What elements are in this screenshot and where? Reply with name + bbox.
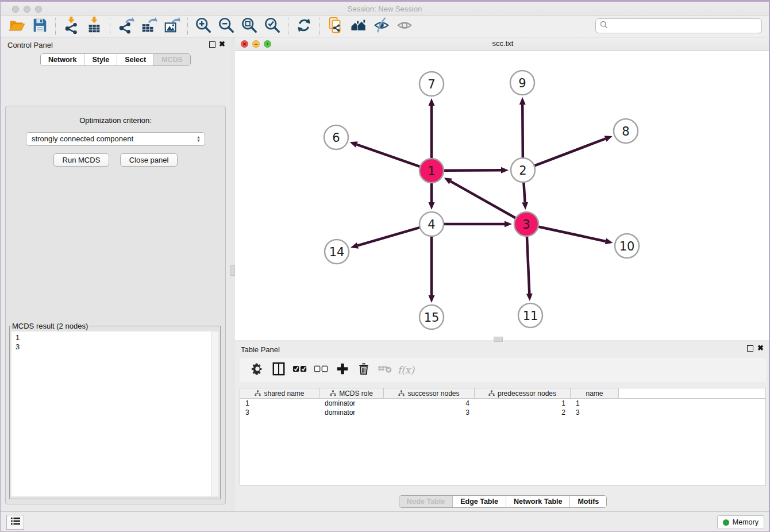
table-settings-button[interactable] <box>247 360 268 380</box>
close-panel-button[interactable]: Close panel <box>120 153 178 167</box>
zoom-out-button[interactable] <box>215 17 238 36</box>
search-field[interactable] <box>595 18 762 33</box>
cell-mcds-role[interactable]: dominator <box>319 399 384 408</box>
cell-shared-name[interactable]: 1 <box>240 399 319 408</box>
select-all-columns-button[interactable] <box>289 360 310 380</box>
horizontal-splitter-handle[interactable] <box>494 337 503 342</box>
cell-name[interactable]: 3 <box>571 408 619 417</box>
graph-edge-2-8[interactable] <box>534 138 606 165</box>
zoom-window-button[interactable] <box>35 6 42 13</box>
splitter-handle[interactable] <box>230 265 235 276</box>
graph-node-label: 6 <box>332 131 340 145</box>
zoom-fit-button[interactable] <box>238 17 261 36</box>
cell-name[interactable]: 1 <box>571 399 619 408</box>
save-session-button[interactable] <box>28 17 51 36</box>
network-maximize-button[interactable]: + <box>264 40 271 48</box>
column-type-icon <box>330 390 336 396</box>
graph-edge-arrowhead <box>351 242 359 249</box>
graph-node-label: 1 <box>428 164 435 178</box>
graph-edge-2-3[interactable] <box>523 182 525 202</box>
column-header-name[interactable]: name <box>571 388 619 398</box>
graph-edge-arrowhead <box>429 98 435 106</box>
network-minimize-button[interactable]: – <box>252 40 260 48</box>
graph-edge-arrowhead <box>429 295 435 303</box>
import-network-file-button[interactable] <box>60 17 83 36</box>
table-row[interactable]: 3 dominator 3 2 3 <box>240 408 765 417</box>
cell-successor-nodes[interactable]: 3 <box>384 408 475 417</box>
column-type-icon <box>398 390 405 396</box>
import-table-file-button[interactable] <box>83 17 106 36</box>
toolbar-separator <box>288 18 288 35</box>
export-table-button[interactable] <box>137 17 160 36</box>
import-table-icon <box>86 17 103 36</box>
tab-select[interactable]: Select <box>117 54 154 65</box>
new-network-from-selection-button[interactable] <box>324 17 347 36</box>
optimization-criterion-dropdown[interactable]: strongly connected component ▲▼ <box>26 132 205 146</box>
tab-motifs[interactable]: Motifs <box>570 496 606 507</box>
search-input[interactable] <box>611 22 761 30</box>
show-all-button[interactable] <box>393 17 416 36</box>
graph-edge-arrowhead <box>605 136 613 141</box>
column-header-predecessor-nodes[interactable]: predecessor nodes <box>475 388 571 398</box>
tab-edge-table[interactable]: Edge Table <box>453 496 506 507</box>
tab-network-table[interactable]: Network Table <box>506 496 571 507</box>
export-image-button[interactable] <box>160 17 183 36</box>
export-network-button[interactable] <box>114 17 137 36</box>
column-header-successor-nodes[interactable]: successor nodes <box>384 388 475 398</box>
refresh-layout-button[interactable] <box>292 17 315 36</box>
cell-predecessor-nodes[interactable]: 1 <box>475 399 571 408</box>
float-panel-icon[interactable] <box>209 41 215 48</box>
network-title: scc.txt <box>235 37 770 50</box>
graph-edge-3-11[interactable] <box>527 236 529 294</box>
close-window-button[interactable] <box>12 6 19 13</box>
cell-successor-nodes[interactable]: 4 <box>384 399 475 408</box>
eye-icon <box>396 17 413 36</box>
tab-mcds[interactable]: MCDS <box>154 54 190 65</box>
table-panel-header: Table Panel ✖ <box>235 342 770 357</box>
cell-shared-name[interactable]: 3 <box>240 408 319 417</box>
cell-predecessor-nodes[interactable]: 2 <box>475 408 571 417</box>
tab-network[interactable]: Network <box>41 54 84 65</box>
gear-icon <box>251 363 264 377</box>
graph-edge-3-10[interactable] <box>538 226 606 241</box>
close-panel-icon[interactable]: ✖ <box>219 40 225 48</box>
dropdown-value: strongly connected component <box>32 134 133 143</box>
apply-function-button[interactable]: f(x) <box>395 360 417 380</box>
tab-node-table[interactable]: Node Table <box>399 496 453 507</box>
result-scrollbar[interactable] <box>211 331 218 496</box>
vertical-splitter[interactable] <box>230 37 235 511</box>
cell-mcds-role[interactable]: dominator <box>319 408 384 417</box>
graph-edge-4-14[interactable] <box>357 228 419 246</box>
run-mcds-button[interactable]: Run MCDS <box>53 153 110 167</box>
graph-edge-1-6[interactable] <box>357 145 420 167</box>
tab-style[interactable]: Style <box>84 54 117 65</box>
show-task-history-button[interactable] <box>6 515 24 530</box>
close-table-panel-icon[interactable]: ✖ <box>757 344 764 352</box>
deselect-all-columns-button[interactable] <box>310 360 332 380</box>
graph-edge-3-1[interactable] <box>451 182 516 218</box>
column-header-mcds-role[interactable]: MCDS role <box>319 388 384 398</box>
minimize-window-button[interactable] <box>24 6 30 13</box>
graph-edge-1-2[interactable] <box>444 170 501 171</box>
network-canvas[interactable]: 7968124314101511 <box>235 51 770 340</box>
float-table-panel-icon[interactable] <box>747 345 753 352</box>
table-row[interactable]: 1 dominator 4 1 1 <box>240 399 765 408</box>
zoom-selected-button[interactable] <box>261 17 284 36</box>
open-file-button[interactable] <box>5 17 28 36</box>
network-close-button[interactable]: ✕ <box>241 40 248 48</box>
zoom-in-button[interactable] <box>192 17 215 36</box>
control-panel-title: Control Panel <box>7 41 53 49</box>
delete-columns-button[interactable] <box>374 360 395 380</box>
show-column-panel-button[interactable] <box>268 360 289 380</box>
delete-rows-button[interactable] <box>353 360 374 380</box>
network-graph: 7968124314101511 <box>235 51 770 340</box>
main-toolbar <box>1 16 769 37</box>
hide-selected-button[interactable] <box>370 17 393 36</box>
column-header-shared-name[interactable]: shared name <box>240 388 319 398</box>
graph-edge-2-9[interactable] <box>522 105 523 158</box>
status-bar: Memory <box>1 511 769 532</box>
memory-button[interactable]: Memory <box>717 515 764 529</box>
first-neighbors-button[interactable] <box>347 17 370 36</box>
add-row-button[interactable] <box>332 360 353 380</box>
graph-edge-arrowhead <box>519 97 526 105</box>
